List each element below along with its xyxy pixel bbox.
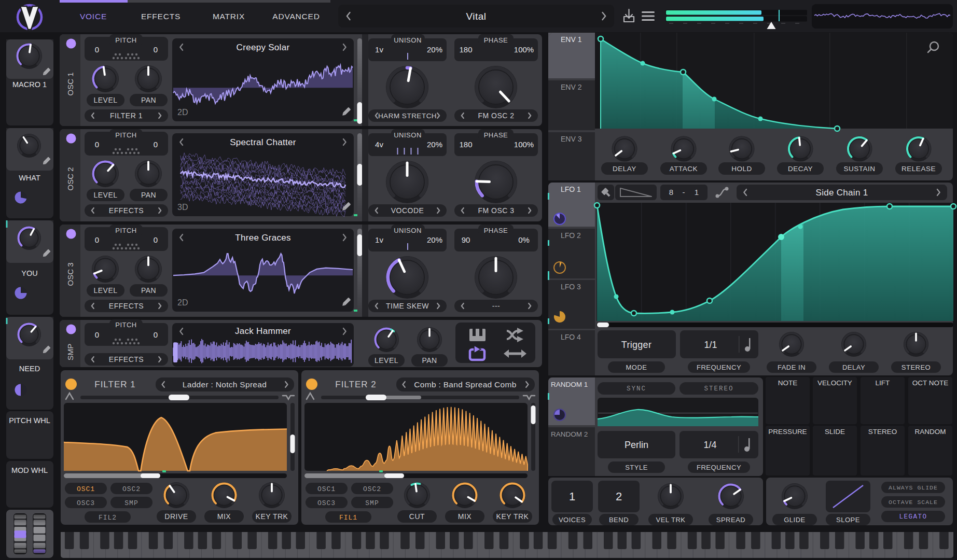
svg-text:Perlin: Perlin <box>625 440 648 450</box>
svg-text:180: 180 <box>459 45 472 54</box>
svg-text:MIX: MIX <box>458 512 472 521</box>
svg-text:0: 0 <box>95 235 99 244</box>
svg-text:MIX: MIX <box>217 512 231 521</box>
svg-text:100%: 100% <box>514 140 534 149</box>
svg-text:PHASE: PHASE <box>484 131 508 139</box>
svg-text:FIL1: FIL1 <box>339 514 357 522</box>
svg-text:MOD WHL: MOD WHL <box>11 466 48 474</box>
svg-text:Trigger: Trigger <box>621 340 651 350</box>
svg-text:MACRO 1: MACRO 1 <box>12 80 47 89</box>
svg-text:STEREO: STEREO <box>901 363 931 371</box>
svg-text:90: 90 <box>462 235 470 244</box>
svg-text:2D: 2D <box>177 108 188 117</box>
svg-text:1v: 1v <box>375 235 383 244</box>
svg-text:180: 180 <box>459 140 472 149</box>
svg-text:SMP: SMP <box>66 344 75 361</box>
svg-text:EFFECTS: EFFECTS <box>141 12 181 21</box>
svg-text:Vital: Vital <box>466 11 486 22</box>
svg-text:ENV 2: ENV 2 <box>561 83 582 91</box>
svg-text:Spectral Chatter: Spectral Chatter <box>230 137 296 147</box>
svg-text:HARM STRETCH: HARM STRETCH <box>378 112 437 120</box>
svg-text:VEL TRK: VEL TRK <box>656 516 686 524</box>
svg-text:STEREO: STEREO <box>868 428 897 436</box>
svg-text:UNISON: UNISON <box>394 36 422 44</box>
svg-text:YOU: YOU <box>21 269 37 277</box>
svg-text:SLIDE: SLIDE <box>825 428 845 436</box>
svg-text:Three Graces: Three Graces <box>235 233 291 243</box>
svg-text:PHASE: PHASE <box>484 227 508 234</box>
svg-text:LFO 1: LFO 1 <box>561 185 581 193</box>
svg-text:SLOPE: SLOPE <box>836 516 860 524</box>
svg-text:EFFECTS: EFFECTS <box>109 302 144 310</box>
svg-text:20%: 20% <box>427 235 442 244</box>
svg-text:Side Chain 1: Side Chain 1 <box>816 188 868 198</box>
svg-text:OSC2: OSC2 <box>122 485 141 493</box>
svg-text:SMP: SMP <box>365 499 379 507</box>
svg-text:LFO 3: LFO 3 <box>561 283 581 291</box>
svg-text:DELAY: DELAY <box>613 165 636 173</box>
svg-text:PAN: PAN <box>141 191 156 199</box>
svg-text:RANDOM: RANDOM <box>915 428 946 436</box>
svg-text:FILTER 1: FILTER 1 <box>110 111 143 120</box>
svg-text:0: 0 <box>154 330 158 339</box>
svg-text:EFFECTS: EFFECTS <box>109 206 144 215</box>
svg-text:WHAT: WHAT <box>19 174 40 182</box>
svg-text:OSC2: OSC2 <box>363 485 381 493</box>
svg-text:RELEASE: RELEASE <box>901 165 936 173</box>
svg-text:VOICE: VOICE <box>80 12 107 21</box>
svg-text:FILTER 2: FILTER 2 <box>335 380 376 389</box>
svg-text:ALWAYS GLIDE: ALWAYS GLIDE <box>889 484 938 491</box>
svg-text:OSC1: OSC1 <box>77 485 95 493</box>
svg-text:VOICES: VOICES <box>559 516 586 524</box>
svg-text:Creepy Solar: Creepy Solar <box>237 43 290 52</box>
svg-text:---: --- <box>492 302 501 310</box>
svg-text:LEVEL: LEVEL <box>93 191 117 199</box>
svg-text:1: 1 <box>695 188 699 197</box>
svg-text:PITCH: PITCH <box>115 227 137 234</box>
svg-text:ATTACK: ATTACK <box>670 165 698 173</box>
svg-text:RANDOM 1: RANDOM 1 <box>551 381 588 388</box>
svg-text:VOCODE: VOCODE <box>391 206 424 215</box>
svg-text:20%: 20% <box>427 140 442 149</box>
svg-text:OSC 2: OSC 2 <box>66 167 75 190</box>
svg-text:VELOCITY: VELOCITY <box>817 379 852 387</box>
svg-text:STEREO: STEREO <box>704 385 733 393</box>
svg-text:HOLD: HOLD <box>731 165 752 173</box>
svg-text:DECAY: DECAY <box>788 165 813 173</box>
svg-text:OSC3: OSC3 <box>317 499 336 507</box>
svg-text:-: - <box>683 188 685 197</box>
svg-text:FADE IN: FADE IN <box>778 363 806 371</box>
svg-text:LEVEL: LEVEL <box>375 356 398 365</box>
svg-text:OSC 1: OSC 1 <box>66 72 75 95</box>
svg-text:FIL2: FIL2 <box>99 514 117 522</box>
svg-text:NOTE: NOTE <box>778 379 798 387</box>
svg-text:LFO 4: LFO 4 <box>561 333 581 341</box>
svg-text:EFFECTS: EFFECTS <box>109 355 144 363</box>
svg-text:SMP: SMP <box>124 499 138 507</box>
svg-text:ADVANCED: ADVANCED <box>272 12 320 21</box>
svg-text:PITCH: PITCH <box>115 36 137 44</box>
svg-text:1/1: 1/1 <box>704 340 717 350</box>
svg-text:UNISON: UNISON <box>394 131 422 139</box>
svg-text:KEY TRK: KEY TRK <box>496 512 529 521</box>
svg-text:PRESSURE: PRESSURE <box>768 428 807 436</box>
svg-text:OCTAVE SCALE: OCTAVE SCALE <box>889 499 938 506</box>
svg-text:PITCH: PITCH <box>115 131 137 139</box>
svg-text:4v: 4v <box>375 140 383 149</box>
svg-text:PAN: PAN <box>422 356 437 365</box>
svg-text:3D: 3D <box>177 203 188 212</box>
svg-text:PAN: PAN <box>141 96 156 104</box>
svg-text:STYLE: STYLE <box>625 464 648 471</box>
svg-text:Jack Hammer: Jack Hammer <box>235 326 291 336</box>
svg-text:1: 1 <box>569 490 575 503</box>
svg-text:FREQUENCY: FREQUENCY <box>697 464 741 471</box>
svg-text:RANDOM 2: RANDOM 2 <box>551 430 588 438</box>
svg-text:NEED: NEED <box>19 365 40 373</box>
svg-text:FM OSC 2: FM OSC 2 <box>478 111 514 120</box>
svg-text:SYNC: SYNC <box>627 385 646 393</box>
svg-text:OCT NOTE: OCT NOTE <box>912 379 949 387</box>
svg-text:LFO 2: LFO 2 <box>561 231 581 240</box>
svg-text:0: 0 <box>154 45 158 54</box>
svg-text:FILTER 1: FILTER 1 <box>94 380 135 389</box>
svg-text:0%: 0% <box>518 235 530 244</box>
